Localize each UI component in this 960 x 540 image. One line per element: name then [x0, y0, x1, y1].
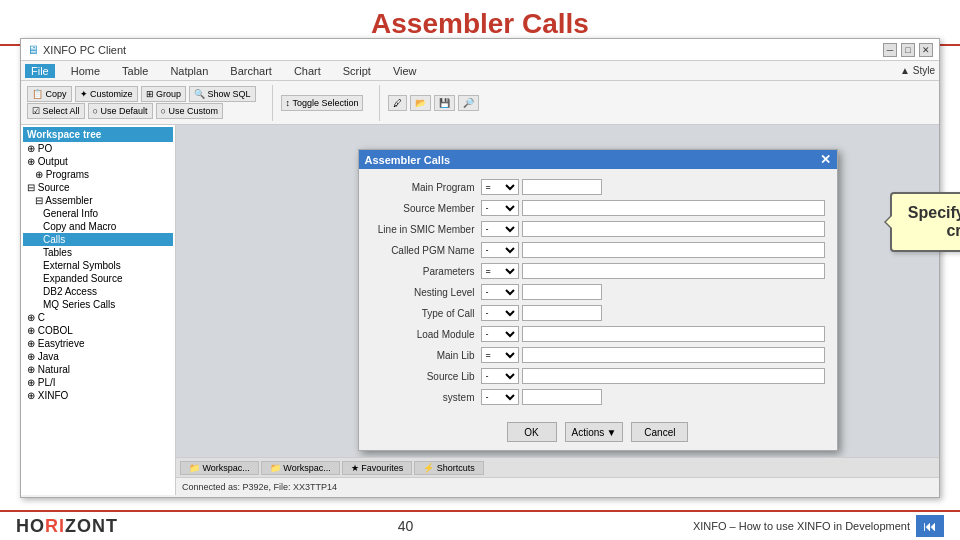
operator-called-pgm[interactable]: -= — [481, 242, 519, 258]
label-type-of-call: Type of Call — [371, 308, 481, 319]
callout-text: Specify selectioncriteria — [908, 204, 960, 239]
menu-natplan[interactable]: Natplan — [164, 64, 214, 78]
label-source-lib: Source Lib — [371, 371, 481, 382]
tree-item-copy-macro[interactable]: Copy and Macro — [23, 220, 173, 233]
label-main-lib: Main Lib — [371, 350, 481, 361]
toolbar-customize-button[interactable]: ✦ Customize — [75, 86, 138, 102]
content-area: Workspace tree ⊕ PO ⊕ Output ⊕ Programs … — [21, 125, 939, 495]
tree-item-po[interactable]: ⊕ PO — [23, 142, 173, 155]
operator-parameters[interactable]: =- — [481, 263, 519, 279]
toolbar-icon-btn-4[interactable]: 🔎 — [458, 95, 479, 111]
menu-home[interactable]: Home — [65, 64, 106, 78]
menu-script[interactable]: Script — [337, 64, 377, 78]
toolbar-use-custom-button[interactable]: ○ Use Custom — [156, 103, 223, 119]
toolbar-use-default-button[interactable]: ○ Use Default — [88, 103, 153, 119]
operator-main-program[interactable]: =- — [481, 179, 519, 195]
input-main-lib[interactable] — [522, 347, 825, 363]
tree-item-output[interactable]: ⊕ Output — [23, 155, 173, 168]
dialog-row-source-member: Source Member -= — [371, 200, 825, 216]
workspace-tree-header: Workspace tree — [23, 127, 173, 142]
tree-item-pli[interactable]: ⊕ PL/I — [23, 376, 173, 389]
style-label: ▲ Style — [900, 65, 935, 76]
input-load-module[interactable] — [522, 326, 825, 342]
tree-item-xinfo[interactable]: ⊕ XINFO — [23, 389, 173, 402]
dialog-close-button[interactable]: ✕ — [820, 153, 831, 166]
input-nesting-level[interactable] — [522, 284, 602, 300]
tree-item-mq-series[interactable]: MQ Series Calls — [23, 298, 173, 311]
label-nesting-level: Nesting Level — [371, 287, 481, 298]
window-controls: ─ □ ✕ — [883, 43, 933, 57]
tree-item-source[interactable]: ⊟ Source — [23, 181, 173, 194]
menu-barchart[interactable]: Barchart — [224, 64, 278, 78]
input-line-smic[interactable] — [522, 221, 825, 237]
input-source-lib[interactable] — [522, 368, 825, 384]
operator-source-lib[interactable]: -= — [481, 368, 519, 384]
toolbar-group-button[interactable]: ⊞ Group — [141, 86, 187, 102]
tree-item-tables[interactable]: Tables — [23, 246, 173, 259]
tree-item-programs[interactable]: ⊕ Programs — [23, 168, 173, 181]
tree-item-java[interactable]: ⊕ Java — [23, 350, 173, 363]
dialog-overlay: Assembler Calls ✕ Main Program =- Specif — [176, 125, 939, 495]
label-called-pgm: Called PGM Name — [371, 245, 481, 256]
app-window: 🖥 XINFO PC Client ─ □ ✕ File Home Table … — [20, 38, 940, 498]
toolbar-show-sql-button[interactable]: 🔍 Show SQL — [189, 86, 256, 102]
operator-type-of-call[interactable]: -= — [481, 305, 519, 321]
tree-item-db2-access[interactable]: DB2 Access — [23, 285, 173, 298]
close-button[interactable]: ✕ — [919, 43, 933, 57]
menu-file[interactable]: File — [25, 64, 55, 78]
toolbar-toggle-selection-button[interactable]: ↕ Toggle Selection — [281, 95, 364, 111]
dialog-row-parameters: Parameters =- — [371, 263, 825, 279]
tab-favourites[interactable]: ★ Favourites — [342, 461, 413, 475]
maximize-button[interactable]: □ — [901, 43, 915, 57]
menu-view[interactable]: View — [387, 64, 423, 78]
menu-chart[interactable]: Chart — [288, 64, 327, 78]
dialog-cancel-button[interactable]: Cancel — [631, 422, 688, 442]
nav-prev-button[interactable]: ⏮ — [916, 515, 944, 537]
toolbar-select-all-button[interactable]: ☑ Select All — [27, 103, 85, 119]
assembler-calls-dialog: Assembler Calls ✕ Main Program =- Specif — [358, 149, 838, 451]
toolbar-copy-button[interactable]: 📋 Copy — [27, 86, 72, 102]
tab-shortcuts[interactable]: ⚡ Shortcuts — [414, 461, 484, 475]
dialog-footer: OK Actions ▼ Cancel — [359, 416, 837, 450]
label-main-program: Main Program — [371, 182, 481, 193]
minimize-button[interactable]: ─ — [883, 43, 897, 57]
toolbar-icon-btn-1[interactable]: 🖊 — [388, 95, 407, 111]
tree-item-expanded-source[interactable]: Expanded Source — [23, 272, 173, 285]
toolbar-icon-btn-3[interactable]: 💾 — [434, 95, 455, 111]
tree-item-easytrieve[interactable]: ⊕ Easytrieve — [23, 337, 173, 350]
operator-line-smic[interactable]: -= — [481, 221, 519, 237]
tree-item-assembler[interactable]: ⊟ Assembler — [23, 194, 173, 207]
input-system[interactable] — [522, 389, 602, 405]
page-number: 40 — [398, 518, 414, 534]
label-load-module: Load Module — [371, 329, 481, 340]
app-title: XINFO PC Client — [43, 44, 126, 56]
input-main-program[interactable] — [522, 179, 602, 195]
tab-workspac-2[interactable]: 📁 Workspac... — [261, 461, 340, 475]
dialog-row-main-program: Main Program =- Specify selectioncriteri… — [371, 179, 825, 195]
tree-item-cobol[interactable]: ⊕ COBOL — [23, 324, 173, 337]
operator-source-member[interactable]: -= — [481, 200, 519, 216]
tab-workspac-1[interactable]: 📁 Workspac... — [180, 461, 259, 475]
operator-nesting-level[interactable]: -= — [481, 284, 519, 300]
operator-load-module[interactable]: -= — [481, 326, 519, 342]
input-called-pgm[interactable] — [522, 242, 825, 258]
tree-item-external-symbols[interactable]: External Symbols — [23, 259, 173, 272]
bottom-bar: HORIZONT 40 XINFO – How to use XINFO in … — [0, 510, 960, 540]
input-source-member[interactable] — [522, 200, 825, 216]
dialog-ok-button[interactable]: OK — [507, 422, 557, 442]
dialog-actions-button[interactable]: Actions ▼ — [565, 422, 624, 442]
dialog-row-called-pgm: Called PGM Name -= — [371, 242, 825, 258]
tree-item-general-info[interactable]: General Info — [23, 207, 173, 220]
operator-system[interactable]: -= — [481, 389, 519, 405]
dialog-row-type-of-call: Type of Call -= — [371, 305, 825, 321]
input-parameters[interactable] — [522, 263, 825, 279]
tree-item-c[interactable]: ⊕ C — [23, 311, 173, 324]
toolbar-icon-btn-2[interactable]: 📂 — [410, 95, 431, 111]
menu-table[interactable]: Table — [116, 64, 154, 78]
dialog-body: Main Program =- Specify selectioncriteri… — [359, 169, 837, 416]
tree-item-natural[interactable]: ⊕ Natural — [23, 363, 173, 376]
input-type-of-call[interactable] — [522, 305, 602, 321]
tree-item-calls[interactable]: Calls — [23, 233, 173, 246]
dialog-row-main-lib: Main Lib =- — [371, 347, 825, 363]
operator-main-lib[interactable]: =- — [481, 347, 519, 363]
